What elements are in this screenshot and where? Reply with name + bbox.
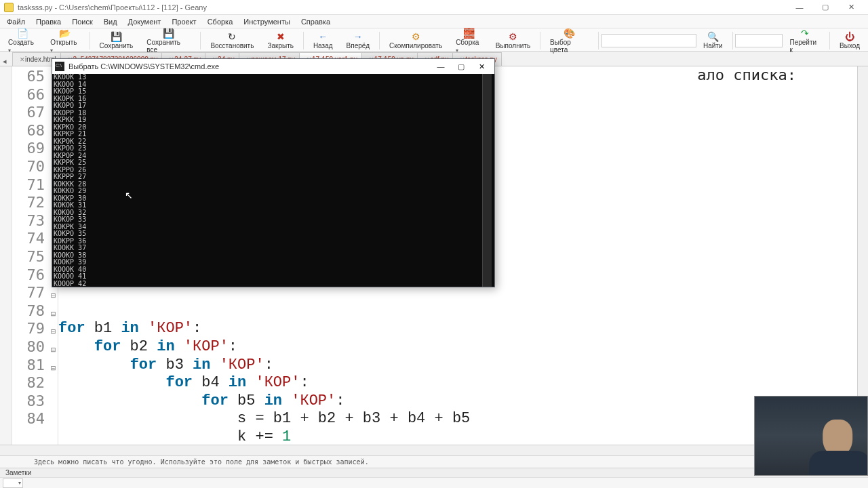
color-picker-button[interactable]: 🎨Выбор цвета: [543, 30, 595, 52]
close-doc-icon: ✖: [277, 31, 285, 42]
new-button[interactable]: 📄Создать: [1, 30, 43, 52]
menu-project[interactable]: Проект: [166, 16, 201, 27]
console-titlebar[interactable]: Выбрать C:\WINDOWS\SYSTEM32\cmd.exe — ▢ …: [52, 59, 494, 74]
reload-button[interactable]: ↻Восстановить: [203, 30, 260, 52]
compile-button[interactable]: ⚙Скомпилировать: [382, 30, 449, 52]
scribble-placeholder: Здесь можно писать что угодно. Используй…: [34, 458, 369, 466]
menu-file[interactable]: Файл: [1, 16, 31, 27]
save-all-button[interactable]: 💾Сохранить все: [140, 30, 197, 52]
folder-open-icon: 📂: [59, 28, 71, 39]
console-window[interactable]: Выбрать C:\WINDOWS\SYSTEM32\cmd.exe — ▢ …: [52, 58, 495, 287]
notes-tab[interactable]: Заметки: [0, 468, 868, 477]
console-output[interactable]: ККООК 13ККООО 14ККООР 15ККОРК 16ККОРО 17…: [52, 74, 494, 287]
exit-icon: ⏻: [845, 31, 854, 42]
save-icon: 💾: [111, 31, 122, 42]
save-button[interactable]: 💾Сохранить: [93, 30, 140, 52]
arrow-right-icon: →: [353, 31, 363, 42]
file-new-icon: 📄: [17, 28, 28, 39]
symbol-dropdown[interactable]: ▾: [3, 479, 23, 488]
run-icon: ⚙: [509, 31, 517, 42]
app-icon: [4, 3, 14, 12]
cmd-icon: [55, 62, 64, 71]
window-minimize-button[interactable]: —: [787, 1, 812, 14]
search-icon: 🔍: [707, 31, 719, 42]
search-input[interactable]: [601, 34, 696, 47]
run-button[interactable]: ⚙Выполнить: [489, 30, 537, 52]
menu-help[interactable]: Справка: [296, 16, 336, 27]
fold-margin[interactable]: [0, 66, 12, 445]
find-button[interactable]: 🔍Найти: [696, 30, 730, 52]
menu-search[interactable]: Поиск: [66, 16, 98, 27]
tab-close-icon[interactable]: ✕: [20, 56, 25, 63]
build-button[interactable]: 🧱Сборка: [449, 30, 489, 52]
build-icon: 🧱: [463, 28, 475, 39]
console-title: Выбрать C:\WINDOWS\SYSTEM32\cmd.exe: [68, 62, 431, 70]
scribble-area[interactable]: Здесь можно писать что угодно. Используй…: [0, 455, 868, 468]
exit-button[interactable]: ⏻Выход: [833, 30, 867, 52]
bottom-toolbar: ▾: [0, 477, 868, 488]
back-button[interactable]: ←Назад: [307, 30, 340, 52]
close-button[interactable]: ✖Закрыть: [260, 30, 300, 52]
forward-button[interactable]: →Вперёд: [340, 30, 377, 52]
console-maximize-button[interactable]: ▢: [451, 60, 471, 73]
menu-document[interactable]: Документ: [123, 16, 167, 27]
menu-view[interactable]: Вид: [98, 16, 123, 27]
menubar: Файл Правка Поиск Вид Документ Проект Сб…: [0, 15, 868, 28]
reload-icon: ↻: [228, 31, 236, 42]
webcam-overlay: [754, 396, 868, 476]
menu-tools[interactable]: Инструменты: [238, 16, 296, 27]
window-title: tasksss.py - C:\Users\chem\Проекты\112 -…: [18, 3, 787, 12]
window-close-button[interactable]: ✕: [838, 1, 864, 14]
window-titlebar: tasksss.py - C:\Users\chem\Проекты\112 -…: [0, 0, 868, 15]
console-close-button[interactable]: ✕: [471, 60, 492, 73]
console-minimize-button[interactable]: —: [431, 60, 451, 73]
mouse-cursor-icon: ↖: [125, 190, 133, 201]
vertical-scrollbar[interactable]: [857, 66, 868, 445]
window-maximize-button[interactable]: ▢: [812, 1, 838, 14]
toolbar: 📄Создать 📂Открыть 💾Сохранить 💾Сохранить …: [0, 28, 868, 52]
save-all-icon: 💾: [163, 28, 174, 39]
console-scrollbar[interactable]: [482, 74, 492, 287]
compile-icon: ⚙: [412, 31, 420, 42]
palette-icon: 🎨: [564, 28, 575, 39]
goto-button[interactable]: ↷Перейти к: [783, 30, 827, 52]
open-button[interactable]: 📂Открыть: [43, 30, 86, 52]
menu-build[interactable]: Сборка: [202, 16, 239, 27]
partial-text-line65: ало списка:: [697, 66, 796, 85]
tab-nav-left-icon[interactable]: ◂: [3, 57, 7, 66]
arrow-left-icon: ←: [318, 31, 328, 42]
horizontal-scrollbar[interactable]: [0, 445, 868, 455]
goto-input[interactable]: [735, 34, 783, 47]
goto-icon: ↷: [801, 28, 809, 39]
menu-edit[interactable]: Правка: [31, 16, 66, 27]
line-number-gutter: 6566676869707172737475767778798081828384: [12, 66, 49, 445]
